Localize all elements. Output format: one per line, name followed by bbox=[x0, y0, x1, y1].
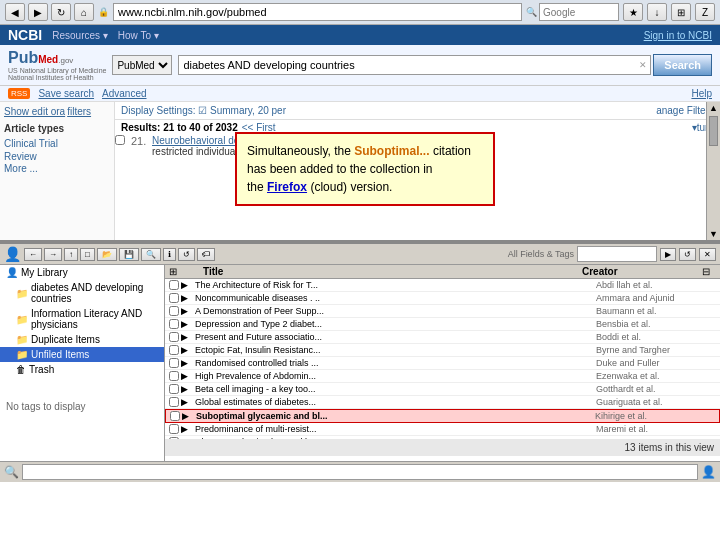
show-edit-link[interactable]: Show edit ora filters bbox=[4, 106, 110, 117]
ref-row-check-5[interactable] bbox=[169, 345, 179, 355]
ref-btn-close-panel[interactable]: ✕ bbox=[699, 248, 716, 261]
library-label: My Library bbox=[21, 267, 68, 278]
bookmark-button[interactable]: ★ bbox=[623, 3, 643, 21]
fields-tags-input-label: All Fields & Tags bbox=[508, 249, 574, 259]
ref-row-7[interactable]: ▶ High Prevalence of Abdomin... Ezenwaka… bbox=[165, 370, 720, 383]
help-link[interactable]: Help bbox=[691, 88, 712, 99]
ref-row-title-1: Noncommunicable diseases . .. bbox=[195, 293, 596, 303]
ref-btn-forward[interactable]: → bbox=[44, 248, 62, 261]
ref-btn-tag[interactable]: 🏷 bbox=[197, 248, 215, 261]
ref-btn-new[interactable]: □ bbox=[80, 248, 95, 261]
ncbi-how-to[interactable]: How To ▾ bbox=[118, 30, 159, 41]
ref-btn-go[interactable]: ▶ bbox=[660, 248, 676, 261]
ref-row-check-3[interactable] bbox=[169, 319, 179, 329]
filters-label[interactable]: filters bbox=[67, 106, 91, 117]
ref-folder-unfiled[interactable]: 📁 Unfiled Items bbox=[0, 347, 164, 362]
ref-row-title-8: Beta cell imaging - a key too... bbox=[195, 384, 596, 394]
sidebar-item-review[interactable]: Review bbox=[4, 150, 110, 163]
bookmarks-button[interactable]: ⊞ bbox=[671, 3, 691, 21]
back-button[interactable]: ◀ bbox=[5, 3, 25, 21]
ref-row-check-10[interactable] bbox=[170, 411, 180, 421]
folder-info-icon: 📁 bbox=[16, 314, 28, 325]
show-edit-label[interactable]: Show edit ora bbox=[4, 106, 65, 117]
download-button[interactable]: ↓ bbox=[647, 3, 667, 21]
address-input[interactable] bbox=[113, 3, 522, 21]
ref-row-5[interactable]: ▶ Ectopic Fat, Insulin Resistanc... Byrn… bbox=[165, 344, 720, 357]
folder-trash-label: Trash bbox=[29, 364, 54, 375]
ref-row-11[interactable]: ▶ Predominance of multi-resist... Maremi… bbox=[165, 423, 720, 436]
ref-btn-save[interactable]: 💾 bbox=[119, 248, 139, 261]
ncbi-signin[interactable]: Sign in to NCBI bbox=[644, 30, 712, 41]
search-button[interactable]: Search bbox=[653, 54, 712, 76]
col-title: Title bbox=[203, 266, 582, 277]
fields-tags-input[interactable] bbox=[577, 246, 657, 262]
save-search-link[interactable]: Save search bbox=[38, 88, 94, 99]
ref-btn-info[interactable]: ℹ bbox=[163, 248, 176, 261]
sidebar-item-clinical-trial[interactable]: Clinical Trial bbox=[4, 137, 110, 150]
ref-folder-duplicates[interactable]: 📁 Duplicate Items bbox=[0, 332, 164, 347]
folder-trash-icon: 🗑 bbox=[16, 364, 26, 375]
ref-row-8[interactable]: ▶ Beta cell imaging - a key too... Gotth… bbox=[165, 383, 720, 396]
ref-btn-sync[interactable]: ↺ bbox=[178, 248, 195, 261]
ref-library-item[interactable]: 👤 My Library bbox=[0, 265, 164, 280]
ref-row-0[interactable]: ▶ The Architecture of Risk for T... Abdi… bbox=[165, 279, 720, 292]
ref-row-creator-3: Bensbia et al. bbox=[596, 319, 716, 329]
scrollbar-right[interactable]: ▲ ▼ bbox=[706, 102, 720, 240]
ref-icon: 👤 bbox=[4, 246, 21, 262]
ref-search-input[interactable] bbox=[22, 464, 698, 480]
ncbi-resources[interactable]: Resources ▾ bbox=[52, 30, 108, 41]
sidebar-more-link[interactable]: More ... bbox=[4, 163, 110, 174]
ref-row-1[interactable]: ▶ Noncommunicable diseases . .. Ammara a… bbox=[165, 292, 720, 305]
ref-sidebar: 👤 My Library 📁 diabetes AND developing c… bbox=[0, 265, 165, 461]
ref-toolbar-buttons: ← → ↑ □ 📂 💾 🔍 ℹ ↺ 🏷 bbox=[24, 248, 505, 261]
reload-button[interactable]: ↻ bbox=[51, 3, 71, 21]
ref-row-check-8[interactable] bbox=[169, 384, 179, 394]
ref-folder-trash[interactable]: 🗑 Trash bbox=[0, 362, 164, 377]
ref-row-check-4[interactable] bbox=[169, 332, 179, 342]
ref-row-check-7[interactable] bbox=[169, 371, 179, 381]
display-label[interactable]: Display Settings: bbox=[121, 105, 195, 116]
ref-row-check-6[interactable] bbox=[169, 358, 179, 368]
pubmed-search-bar: PubMed.gov US National Library of Medici… bbox=[0, 45, 720, 86]
menu-button[interactable]: Z bbox=[695, 3, 715, 21]
ref-row-check-0[interactable] bbox=[169, 280, 179, 290]
ref-row-10[interactable]: ▶ Suboptimal glycaemic and bl... Kihirig… bbox=[165, 409, 720, 423]
ref-btn-refresh[interactable]: ↺ bbox=[679, 248, 696, 261]
ref-row-check-11[interactable] bbox=[169, 424, 179, 434]
ref-row-4[interactable]: ▶ Present and Future associatio... Boddi… bbox=[165, 331, 720, 344]
ref-row-6[interactable]: ▶ Randomised controlled trials ... Duke … bbox=[165, 357, 720, 370]
display-icon: ☑ bbox=[198, 105, 207, 116]
ref-btn-open[interactable]: 📂 bbox=[97, 248, 117, 261]
pubmed-tagline: US National Library of Medicine National… bbox=[8, 67, 106, 81]
advanced-search-link[interactable]: Advanced bbox=[102, 88, 146, 99]
tooltip-text4: (cloud) version. bbox=[310, 180, 392, 194]
clear-search-button[interactable]: ✕ bbox=[639, 60, 647, 70]
display-value[interactable]: Summary, 20 per bbox=[210, 105, 286, 116]
ref-row-2[interactable]: ▶ A Demonstration of Peer Supp... Bauman… bbox=[165, 305, 720, 318]
tooltip-firefox: Firefox bbox=[267, 180, 307, 194]
ref-btn-up[interactable]: ↑ bbox=[64, 248, 78, 261]
rss-badge[interactable]: RSS bbox=[8, 88, 30, 99]
ref-folder-info-literacy[interactable]: 📁 Information Literacy AND physicians bbox=[0, 306, 164, 332]
ref-row-check-9[interactable] bbox=[169, 397, 179, 407]
folder-info-label: Information Literacy AND physicians bbox=[31, 308, 158, 330]
display-settings-label: Display Settings: ☑ Summary, 20 per bbox=[121, 105, 286, 116]
ref-row-9[interactable]: ▶ Global estimates of diabetes... Guarig… bbox=[165, 396, 720, 409]
ref-row-icon-2: ▶ bbox=[181, 306, 195, 316]
col-end: ⊟ bbox=[702, 266, 716, 277]
search-input[interactable] bbox=[178, 55, 651, 75]
result-checkbox-21[interactable] bbox=[115, 135, 125, 145]
google-search-input[interactable] bbox=[539, 3, 619, 21]
ref-row-check-1[interactable] bbox=[169, 293, 179, 303]
ref-toolbar: 👤 ← → ↑ □ 📂 💾 🔍 ℹ ↺ 🏷 All Fields & Tags … bbox=[0, 244, 720, 265]
pubmed-logo: PubMed.gov US National Library of Medici… bbox=[8, 49, 106, 81]
ref-btn-back[interactable]: ← bbox=[24, 248, 42, 261]
ref-row-check-2[interactable] bbox=[169, 306, 179, 316]
ref-bottom-toolbar: 🔍 👤 bbox=[0, 461, 720, 482]
database-select[interactable]: PubMed bbox=[112, 55, 172, 75]
ref-btn-search[interactable]: 🔍 bbox=[141, 248, 161, 261]
forward-button[interactable]: ▶ bbox=[28, 3, 48, 21]
home-button[interactable]: ⌂ bbox=[74, 3, 94, 21]
ref-folder-diabetes[interactable]: 📁 diabetes AND developing countries bbox=[0, 280, 164, 306]
ref-row-3[interactable]: ▶ Depression and Type 2 diabet... Bensbi… bbox=[165, 318, 720, 331]
